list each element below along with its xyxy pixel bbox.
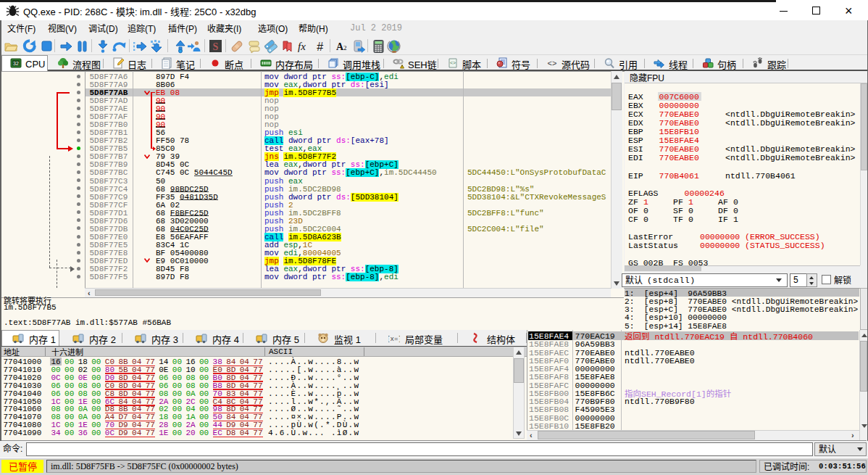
svg-text:[x=]: [x=] — [388, 336, 400, 343]
svg-text:<>: <> — [548, 59, 557, 67]
svg-text:2: 2 — [343, 44, 347, 51]
svg-text:#: # — [317, 41, 324, 53]
svg-text:!: ! — [401, 65, 402, 69]
svg-text:32: 32 — [13, 61, 19, 66]
svg-text:<>: <> — [450, 60, 456, 65]
svg-text:S: S — [213, 41, 219, 52]
svg-text:fx: fx — [298, 41, 306, 52]
